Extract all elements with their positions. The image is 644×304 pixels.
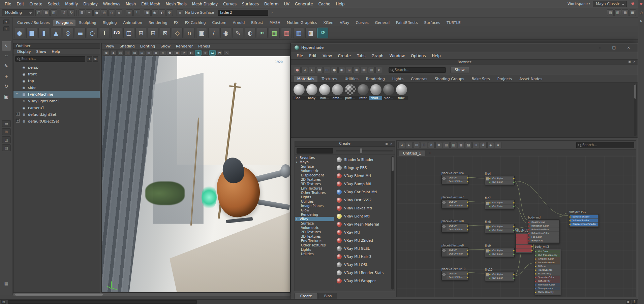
viewport-menu-item[interactable]: Show	[158, 44, 173, 48]
shelf-tab[interactable]: Motion Graphics	[284, 20, 320, 26]
icon-view-icon[interactable]: ⊞	[324, 67, 330, 73]
node-port-row[interactable]: Matte Opacity	[536, 291, 560, 294]
render-settings-icon[interactable]: ⚙	[166, 9, 173, 16]
ne-clear-graph-icon[interactable]: ×	[428, 142, 435, 148]
sort-type-icon[interactable]: ▥	[368, 67, 375, 73]
shelf-tab[interactable]: XGen	[320, 20, 336, 26]
menu-item[interactable]: UV	[281, 2, 292, 6]
shelf-overflow-chevron-icon[interactable]: ›	[269, 10, 275, 15]
node-body[interactable]: Out UVOut UV Filter	[441, 223, 468, 233]
four-pane-layout-icon[interactable]: ⊞	[2, 128, 11, 135]
smooth-icon[interactable]: ≈	[257, 28, 268, 38]
paint-select-tool-icon[interactable]: ✎	[2, 61, 11, 71]
extract-icon[interactable]: ⊠	[160, 28, 171, 38]
construction-history-icon[interactable]: ⋮	[133, 9, 140, 16]
input-port-icon[interactable]	[489, 250, 491, 251]
outliner-item[interactable]: ◉ top	[13, 77, 100, 84]
node-port-row[interactable]: Out UV Filter	[447, 204, 467, 207]
flying-machine-model[interactable]	[200, 150, 288, 235]
create-tree-item[interactable]: Surface	[295, 221, 334, 226]
hypershade-menu-item[interactable]: File	[294, 54, 306, 58]
output-port-icon[interactable]	[467, 229, 468, 231]
node-port-row[interactable]: Out Alpha	[490, 249, 514, 252]
whats-new-heart-icon[interactable]: ♥	[630, 2, 636, 6]
vp-camera-lock-icon[interactable]: ◈	[110, 50, 117, 56]
output-port-icon[interactable]	[513, 226, 515, 228]
multi-cut-icon[interactable]: /	[208, 28, 219, 38]
input-port-icon[interactable]	[489, 230, 491, 231]
slider-thumb[interactable]	[360, 148, 362, 153]
shader-node-place2dtexture10[interactable]: place2dTexture10Out UVOut UV Filter	[441, 268, 468, 280]
snap-curve-icon[interactable]: ~	[86, 9, 93, 16]
node-body[interactable]: Out ColorOut TransparencyAmbient ColorIn…	[535, 249, 561, 295]
output-port-icon[interactable]	[513, 274, 515, 275]
node-body[interactable]: Out UVOut UV Filter	[441, 271, 468, 280]
shader-node-file8[interactable]: file8Out AlphaOut Color	[485, 221, 515, 233]
shader-list-item[interactable]: Shaderfx Shader	[334, 156, 395, 164]
output-port-icon[interactable]	[513, 178, 515, 179]
output-port-icon[interactable]	[467, 277, 468, 278]
browser-tab[interactable]: Utilities	[341, 76, 362, 82]
help-line-icon[interactable]: ?	[632, 300, 637, 304]
node-connection[interactable]	[468, 273, 485, 273]
viewport-menu-item[interactable]: Renderer	[174, 44, 195, 48]
node-port-row[interactable]: Fog Color	[529, 235, 559, 239]
command-line-input[interactable]	[8, 300, 197, 304]
vp-wireframe-icon[interactable]: ◇	[160, 50, 166, 56]
no-live-surface[interactable]: ◈ No Live Surface	[174, 9, 217, 16]
create-tree-item[interactable]: Volumetric	[295, 169, 334, 173]
scrollbar-thumb[interactable]	[392, 157, 394, 171]
lasso-tool-icon[interactable]: ~	[2, 51, 11, 61]
menu-item[interactable]: Modify	[62, 2, 81, 6]
menu-item[interactable]: Deform	[262, 2, 281, 6]
input-port-icon[interactable]	[535, 288, 536, 290]
input-port-icon[interactable]	[528, 233, 530, 234]
shelf-tab[interactable]: General	[372, 20, 393, 26]
input-port-icon[interactable]	[535, 269, 536, 271]
create-tree-item[interactable]: 2D Textures	[295, 177, 334, 182]
poly-torus-icon[interactable]: ◎	[63, 28, 73, 38]
create-filter-input[interactable]	[297, 148, 333, 154]
input-port-icon[interactable]	[535, 280, 536, 282]
ne-output-connections-icon[interactable]: ▸	[406, 142, 412, 148]
create-tree-item[interactable]: Volumetric	[295, 226, 334, 230]
hypershade-menu-item[interactable]: Options	[408, 54, 428, 58]
hypershade-menu-item[interactable]: Edit	[306, 54, 319, 58]
shelf-menu-icon[interactable]: ▾	[3, 20, 9, 24]
material-swatch[interactable]: rotor	[357, 84, 369, 100]
blue-grid-icon[interactable]: ▦	[293, 28, 304, 38]
node-body[interactable]: Out AlphaOut Color	[485, 176, 515, 185]
browser-tab[interactable]: Bake Sets	[468, 76, 493, 82]
make-live-icon[interactable]: ◈	[116, 9, 122, 16]
poly-sphere-icon[interactable]: ●	[14, 28, 25, 38]
node-port-row[interactable]: Out Alpha	[490, 273, 514, 276]
menu-item[interactable]: File	[2, 2, 14, 6]
output-port-icon[interactable]	[467, 249, 468, 251]
material-swatch[interactable]: Bod...	[293, 84, 305, 100]
bridge-icon[interactable]: ∩	[184, 28, 195, 38]
create-tree-item[interactable]: Utilities	[295, 199, 334, 204]
back-icon[interactable]: ◂	[301, 67, 308, 73]
viewport-menu-item[interactable]: Shading	[117, 44, 137, 48]
vp-safe-title-icon[interactable]: ▦	[153, 50, 159, 56]
output-port-icon[interactable]	[513, 254, 515, 255]
node-port-row[interactable]: Out UV Filter	[447, 180, 467, 183]
workspace-selector[interactable]: Maya Classic	[593, 1, 627, 7]
shader-list-item[interactable]: VRay Mtl Render Stats	[334, 269, 395, 277]
node-port-row[interactable]: Displacement Shader	[570, 223, 598, 226]
hypershade-menu-item[interactable]: View	[320, 54, 335, 58]
create-tree-item[interactable]: Lights	[295, 247, 334, 252]
shader-list-item[interactable]: Stingray PBS	[334, 164, 395, 172]
forward-icon[interactable]: ▸	[309, 67, 315, 73]
vp-textured-icon[interactable]: ▩	[174, 50, 180, 56]
output-port-icon[interactable]	[467, 205, 468, 207]
outliner-item[interactable]: ◉ side	[13, 84, 100, 91]
create-tree-item[interactable]: Env Textures	[295, 239, 334, 243]
boolean-union-icon[interactable]: ◫	[123, 28, 134, 38]
node-body[interactable]: Out AlphaOut Color	[485, 248, 515, 257]
shader-node-body-mtl2[interactable]: body_mtl2Out ColorOut TransparencyAmbien…	[535, 245, 561, 295]
modeling-toolkit-toggle-icon[interactable]: ▧	[607, 9, 614, 16]
vp-shadows-icon[interactable]: ◐	[188, 50, 194, 56]
scrollbar-thumb[interactable]	[15, 294, 103, 296]
output-port-icon[interactable]	[513, 206, 515, 207]
